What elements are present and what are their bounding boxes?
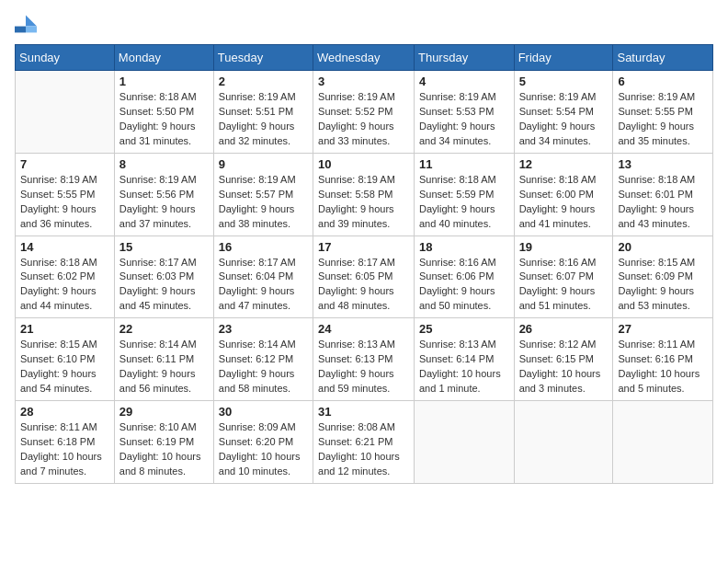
calendar-cell: 27Sunrise: 8:11 AMSunset: 6:16 PMDayligh…	[613, 318, 713, 401]
day-info: Sunrise: 8:19 AMSunset: 5:54 PMDaylight:…	[519, 90, 609, 149]
svg-marker-0	[26, 16, 37, 27]
day-number: 24	[318, 322, 409, 336]
calendar-cell: 30Sunrise: 8:09 AMSunset: 6:20 PMDayligh…	[213, 401, 313, 484]
calendar-cell: 12Sunrise: 8:18 AMSunset: 6:00 PMDayligh…	[514, 153, 613, 236]
day-number: 23	[219, 322, 308, 336]
calendar-week-row: 1Sunrise: 8:18 AMSunset: 5:50 PMDaylight…	[16, 71, 713, 154]
day-number: 10	[318, 157, 409, 171]
calendar-cell: 16Sunrise: 8:17 AMSunset: 6:04 PMDayligh…	[213, 236, 313, 318]
day-info: Sunrise: 8:18 AMSunset: 6:00 PMDaylight:…	[519, 173, 609, 232]
calendar-cell: 29Sunrise: 8:10 AMSunset: 6:19 PMDayligh…	[114, 401, 213, 484]
calendar-header-saturday: Saturday	[613, 45, 713, 71]
day-info: Sunrise: 8:08 AMSunset: 6:21 PMDaylight:…	[318, 420, 409, 479]
calendar-cell	[613, 401, 713, 484]
day-number: 25	[419, 322, 509, 336]
day-number: 5	[519, 75, 609, 88]
calendar-cell: 20Sunrise: 8:15 AMSunset: 6:09 PMDayligh…	[613, 236, 713, 318]
day-number: 4	[419, 75, 509, 88]
day-number: 1	[119, 75, 209, 88]
day-number: 17	[318, 240, 409, 254]
logo-icon	[15, 15, 37, 33]
day-info: Sunrise: 8:19 AMSunset: 5:56 PMDaylight:…	[119, 173, 209, 232]
calendar-week-row: 28Sunrise: 8:11 AMSunset: 6:18 PMDayligh…	[16, 401, 713, 484]
calendar-cell: 25Sunrise: 8:13 AMSunset: 6:14 PMDayligh…	[414, 318, 514, 401]
day-number: 11	[419, 157, 509, 171]
calendar-cell: 14Sunrise: 8:18 AMSunset: 6:02 PMDayligh…	[16, 236, 115, 318]
calendar-cell: 21Sunrise: 8:15 AMSunset: 6:10 PMDayligh…	[16, 318, 115, 401]
day-info: Sunrise: 8:11 AMSunset: 6:16 PMDaylight:…	[618, 338, 708, 396]
day-info: Sunrise: 8:18 AMSunset: 6:01 PMDaylight:…	[618, 173, 708, 232]
day-number: 6	[618, 75, 708, 88]
calendar-cell: 2Sunrise: 8:19 AMSunset: 5:51 PMDaylight…	[213, 71, 313, 154]
day-number: 3	[318, 75, 409, 88]
calendar-cell: 31Sunrise: 8:08 AMSunset: 6:21 PMDayligh…	[313, 401, 415, 484]
day-info: Sunrise: 8:09 AMSunset: 6:20 PMDaylight:…	[219, 420, 308, 479]
calendar-week-row: 7Sunrise: 8:19 AMSunset: 5:55 PMDaylight…	[16, 153, 713, 236]
calendar-cell: 22Sunrise: 8:14 AMSunset: 6:11 PMDayligh…	[114, 318, 213, 401]
calendar-cell	[16, 71, 115, 154]
calendar-header-row: SundayMondayTuesdayWednesdayThursdayFrid…	[16, 45, 713, 71]
calendar-header-tuesday: Tuesday	[213, 45, 313, 71]
day-info: Sunrise: 8:17 AMSunset: 6:05 PMDaylight:…	[318, 256, 409, 315]
calendar-cell: 17Sunrise: 8:17 AMSunset: 6:05 PMDayligh…	[313, 236, 415, 318]
calendar-header-thursday: Thursday	[414, 45, 514, 71]
day-number: 26	[519, 322, 609, 336]
day-number: 19	[519, 240, 609, 254]
svg-marker-2	[26, 27, 37, 33]
svg-marker-1	[15, 27, 26, 33]
day-number: 20	[618, 240, 708, 254]
day-info: Sunrise: 8:18 AMSunset: 6:02 PMDaylight:…	[20, 256, 109, 315]
day-info: Sunrise: 8:19 AMSunset: 5:55 PMDaylight:…	[618, 90, 708, 149]
day-number: 21	[20, 322, 109, 336]
day-info: Sunrise: 8:12 AMSunset: 6:15 PMDaylight:…	[519, 338, 609, 396]
day-info: Sunrise: 8:16 AMSunset: 6:07 PMDaylight:…	[519, 256, 609, 315]
calendar-cell: 8Sunrise: 8:19 AMSunset: 5:56 PMDaylight…	[114, 153, 213, 236]
day-info: Sunrise: 8:14 AMSunset: 6:11 PMDaylight:…	[119, 338, 209, 396]
day-info: Sunrise: 8:19 AMSunset: 5:55 PMDaylight:…	[20, 173, 109, 232]
day-number: 9	[219, 157, 308, 171]
day-number: 28	[20, 405, 109, 419]
day-info: Sunrise: 8:14 AMSunset: 6:12 PMDaylight:…	[219, 338, 308, 396]
day-info: Sunrise: 8:13 AMSunset: 6:14 PMDaylight:…	[419, 338, 509, 396]
calendar-cell: 18Sunrise: 8:16 AMSunset: 6:06 PMDayligh…	[414, 236, 514, 318]
day-number: 16	[219, 240, 308, 254]
day-number: 18	[419, 240, 509, 254]
calendar-cell: 26Sunrise: 8:12 AMSunset: 6:15 PMDayligh…	[514, 318, 613, 401]
day-number: 2	[219, 75, 308, 88]
calendar-cell: 7Sunrise: 8:19 AMSunset: 5:55 PMDaylight…	[16, 153, 115, 236]
calendar-cell	[414, 401, 514, 484]
day-info: Sunrise: 8:19 AMSunset: 5:57 PMDaylight:…	[219, 173, 308, 232]
calendar-cell: 15Sunrise: 8:17 AMSunset: 6:03 PMDayligh…	[114, 236, 213, 318]
calendar-cell: 11Sunrise: 8:18 AMSunset: 5:59 PMDayligh…	[414, 153, 514, 236]
day-info: Sunrise: 8:13 AMSunset: 6:13 PMDaylight:…	[318, 338, 409, 396]
calendar-cell: 19Sunrise: 8:16 AMSunset: 6:07 PMDayligh…	[514, 236, 613, 318]
day-number: 13	[618, 157, 708, 171]
calendar-cell: 28Sunrise: 8:11 AMSunset: 6:18 PMDayligh…	[16, 401, 115, 484]
calendar-cell: 10Sunrise: 8:19 AMSunset: 5:58 PMDayligh…	[313, 153, 415, 236]
day-number: 30	[219, 405, 308, 419]
day-number: 29	[119, 405, 209, 419]
calendar-header-wednesday: Wednesday	[313, 45, 415, 71]
calendar-cell: 24Sunrise: 8:13 AMSunset: 6:13 PMDayligh…	[313, 318, 415, 401]
calendar-week-row: 14Sunrise: 8:18 AMSunset: 6:02 PMDayligh…	[16, 236, 713, 318]
calendar-cell: 4Sunrise: 8:19 AMSunset: 5:53 PMDaylight…	[414, 71, 514, 154]
calendar-header-sunday: Sunday	[16, 45, 115, 71]
calendar-cell: 9Sunrise: 8:19 AMSunset: 5:57 PMDaylight…	[213, 153, 313, 236]
calendar-cell: 5Sunrise: 8:19 AMSunset: 5:54 PMDaylight…	[514, 71, 613, 154]
day-info: Sunrise: 8:19 AMSunset: 5:52 PMDaylight:…	[318, 90, 409, 149]
calendar-header-friday: Friday	[514, 45, 613, 71]
day-info: Sunrise: 8:19 AMSunset: 5:51 PMDaylight:…	[219, 90, 308, 149]
day-info: Sunrise: 8:19 AMSunset: 5:58 PMDaylight:…	[318, 173, 409, 232]
calendar-table: SundayMondayTuesdayWednesdayThursdayFrid…	[15, 44, 713, 484]
logo	[15, 15, 40, 33]
day-number: 27	[618, 322, 708, 336]
day-info: Sunrise: 8:15 AMSunset: 6:10 PMDaylight:…	[20, 338, 109, 396]
calendar-cell: 6Sunrise: 8:19 AMSunset: 5:55 PMDaylight…	[613, 71, 713, 154]
day-number: 15	[119, 240, 209, 254]
calendar-cell: 1Sunrise: 8:18 AMSunset: 5:50 PMDaylight…	[114, 71, 213, 154]
calendar-cell: 3Sunrise: 8:19 AMSunset: 5:52 PMDaylight…	[313, 71, 415, 154]
page-header	[15, 15, 713, 33]
day-number: 31	[318, 405, 409, 419]
day-info: Sunrise: 8:18 AMSunset: 5:59 PMDaylight:…	[419, 173, 509, 232]
calendar-header-monday: Monday	[114, 45, 213, 71]
